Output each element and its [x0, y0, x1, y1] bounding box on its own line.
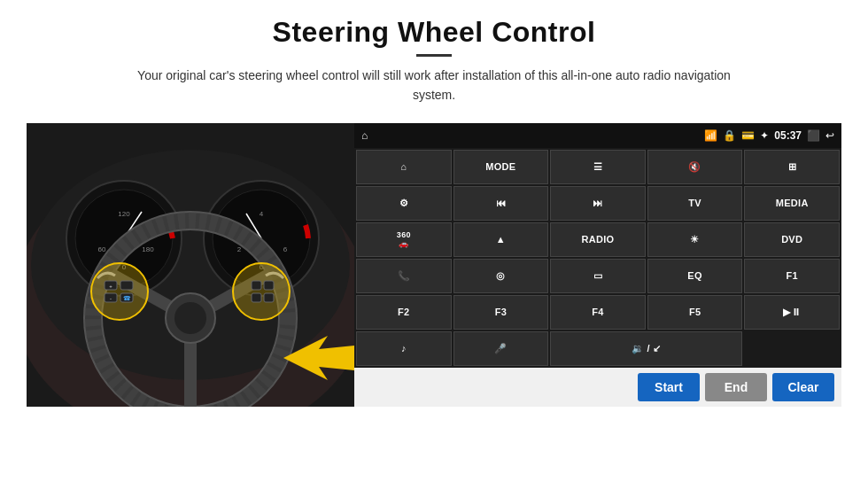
- svg-text:-: -: [110, 296, 112, 301]
- subtitle: Your original car's steering wheel contr…: [115, 66, 753, 105]
- title-divider: [416, 54, 452, 57]
- svg-point-24: [174, 302, 206, 334]
- mic-btn[interactable]: 🎤: [453, 331, 549, 366]
- list-btn[interactable]: ☰: [550, 150, 646, 184]
- prev-btn[interactable]: ⏮: [453, 186, 549, 221]
- svg-text:+: +: [109, 284, 112, 289]
- nav-btn[interactable]: ◎: [453, 259, 549, 293]
- radio-panel: ⌂ 📶 🔒 💳 ✦ 05:37 ⬛ ↩ ⌂ MODE ☰ 🔇: [354, 123, 841, 407]
- f5-btn[interactable]: F5: [647, 295, 743, 330]
- status-right: 📶 🔒 💳 ✦ 05:37 ⬛ ↩: [704, 129, 834, 142]
- svg-rect-30: [120, 281, 133, 290]
- play-pause-btn[interactable]: ▶⏸: [744, 295, 840, 330]
- svg-rect-36: [252, 293, 261, 302]
- page-container: Steering Wheel Control Your original car…: [0, 0, 868, 482]
- apps-btn[interactable]: ⊞: [744, 150, 840, 184]
- home-btn[interactable]: ⌂: [356, 150, 452, 184]
- button-grid: ⌂ MODE ☰ 🔇 ⊞ ⚙ ⏮ ⏭ TV MEDIA 360🚗 ▲ RADIO…: [354, 148, 841, 368]
- 360-btn[interactable]: 360🚗: [356, 222, 452, 257]
- svg-point-25: [91, 263, 148, 320]
- svg-text:6: 6: [283, 245, 288, 253]
- next-btn[interactable]: ⏭: [550, 186, 646, 221]
- eject-btn[interactable]: ▲: [453, 222, 549, 257]
- dvd-btn[interactable]: DVD: [744, 222, 840, 257]
- eq-btn[interactable]: EQ: [647, 259, 743, 293]
- title-section: Steering Wheel Control Your original car…: [115, 16, 753, 105]
- screen-btn[interactable]: ▭: [550, 259, 646, 293]
- wifi-icon: 📶: [704, 129, 717, 142]
- status-bar: ⌂ 📶 🔒 💳 ✦ 05:37 ⬛ ↩: [354, 123, 841, 148]
- f3-btn[interactable]: F3: [453, 295, 549, 330]
- svg-text:180: 180: [142, 245, 154, 253]
- sd-icon: 💳: [741, 129, 755, 142]
- back-icon: ↩: [825, 129, 834, 142]
- svg-rect-35: [264, 281, 274, 290]
- end-button[interactable]: End: [705, 373, 767, 401]
- svg-rect-34: [252, 281, 261, 290]
- home-icon: ⌂: [361, 129, 368, 142]
- lock-icon: 🔒: [723, 129, 736, 142]
- f1-btn[interactable]: F1: [744, 259, 840, 293]
- media-btn[interactable]: MEDIA: [744, 186, 840, 221]
- svg-point-33: [233, 263, 290, 320]
- cast-icon: ⬛: [807, 129, 820, 142]
- svg-rect-37: [264, 293, 274, 302]
- brightness-btn[interactable]: ☀: [647, 222, 743, 257]
- svg-text:☎: ☎: [123, 295, 131, 301]
- page-title: Steering Wheel Control: [115, 16, 753, 49]
- status-left: ⌂: [361, 129, 368, 142]
- svg-text:4: 4: [260, 210, 264, 218]
- wheel-image: 120 60 180 0 4 2 6 0: [27, 123, 354, 407]
- settings-btn[interactable]: ⚙: [356, 186, 452, 221]
- radio-btn[interactable]: RADIO: [550, 222, 646, 257]
- start-button[interactable]: Start: [638, 373, 700, 401]
- mode-btn[interactable]: MODE: [453, 150, 549, 184]
- phone-btn[interactable]: 📞: [356, 259, 452, 293]
- bluetooth-icon: ✦: [760, 129, 769, 142]
- tv-btn[interactable]: TV: [647, 186, 743, 221]
- content-area: 120 60 180 0 4 2 6 0: [27, 123, 841, 407]
- volume-phone-btn[interactable]: 🔉 / ↙: [550, 331, 742, 366]
- f4-btn[interactable]: F4: [550, 295, 646, 330]
- svg-text:60: 60: [98, 245, 106, 253]
- music-btn[interactable]: ♪: [356, 331, 452, 366]
- mute-btn[interactable]: 🔇: [647, 150, 743, 184]
- svg-text:120: 120: [118, 210, 130, 218]
- time-display: 05:37: [774, 129, 802, 142]
- clear-button[interactable]: Clear: [772, 373, 834, 401]
- f2-btn[interactable]: F2: [356, 295, 452, 330]
- bottom-bar: Start End Clear: [354, 368, 841, 407]
- svg-text:2: 2: [237, 245, 242, 253]
